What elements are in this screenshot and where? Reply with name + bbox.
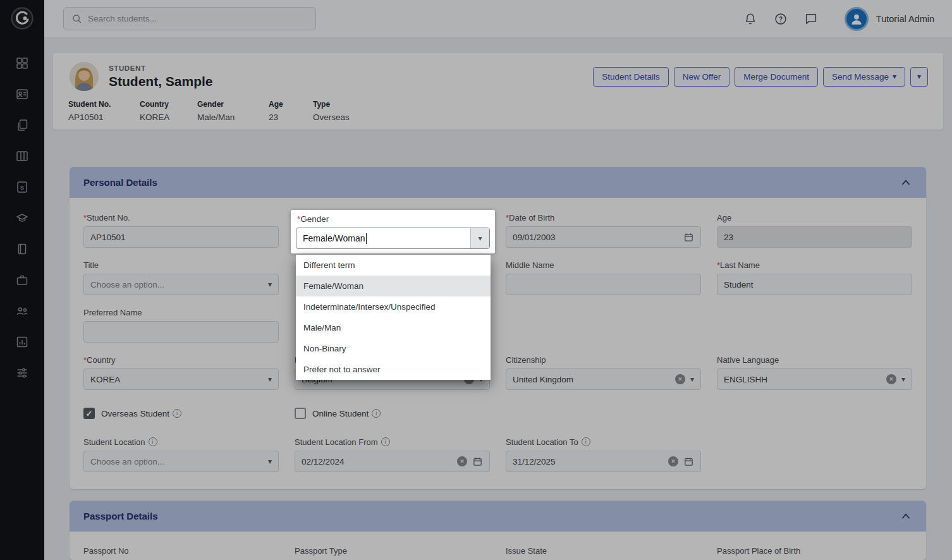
gender-option[interactable]: Different term	[296, 255, 491, 276]
gender-options-list: Different term Female/Woman Indeterminat…	[296, 255, 491, 380]
gender-field-popup: *Gender Female/Woman Different term Fema…	[291, 210, 495, 380]
gender-option-selected[interactable]: Female/Woman	[296, 276, 491, 296]
gender-dropdown-button[interactable]	[470, 228, 489, 248]
gender-option[interactable]: Indeterminate/Intersex/Unspecified	[296, 296, 491, 317]
gender-option[interactable]: Non-Binary	[296, 338, 491, 359]
gender-option[interactable]: Prefer not to answer	[296, 359, 491, 380]
text-cursor	[366, 233, 367, 244]
gender-field-label: Gender	[300, 214, 329, 224]
gender-input-value: Female/Woman	[303, 233, 365, 243]
gender-input[interactable]: Female/Woman	[296, 228, 490, 249]
chevron-down-icon	[478, 234, 482, 242]
gender-popup-head: *Gender Female/Woman	[291, 210, 495, 253]
gender-option[interactable]: Male/Man	[296, 317, 491, 338]
